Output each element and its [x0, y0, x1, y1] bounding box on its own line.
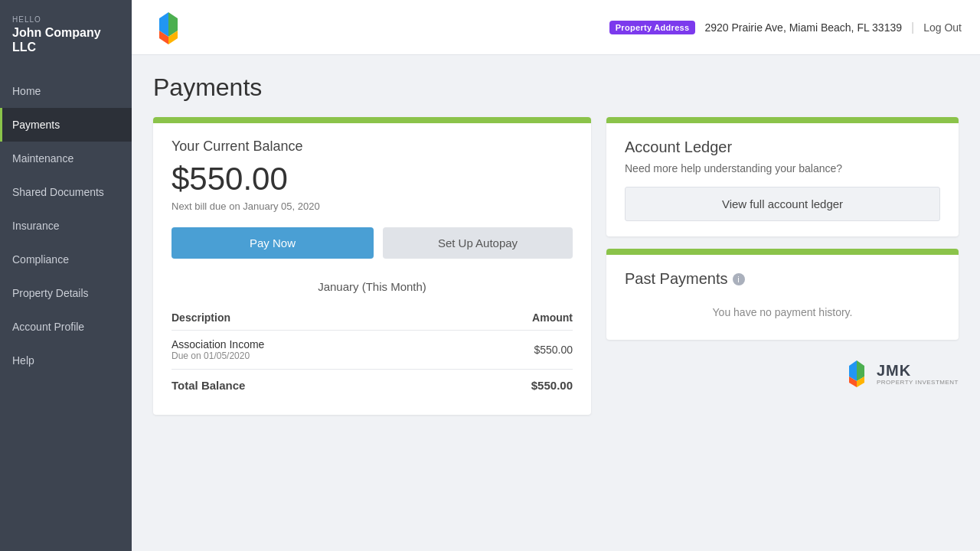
jmk-logo-icon [841, 358, 872, 389]
ledger-top-bar [606, 117, 959, 123]
page-body: Payments Your Current Balance $550.00 Ne… [132, 55, 980, 551]
page-title: Payments [153, 73, 959, 102]
table-row: Association Income Due on 01/05/2020 $55… [172, 331, 573, 370]
past-payments-top-bar [606, 249, 959, 255]
header-right: Property Address 2920 Prairie Ave, Miami… [609, 21, 962, 34]
balance-label: Your Current Balance [172, 139, 573, 155]
info-icon[interactable]: i [733, 273, 745, 285]
jmk-subtitle: PROPERTY INVESTMENT [877, 380, 959, 386]
user-section: HELLO John Company LLC [0, 0, 132, 67]
logo-area [150, 9, 187, 46]
col-description: Description [172, 305, 449, 331]
username: John Company LLC [12, 25, 119, 54]
property-address-badge: Property Address [609, 21, 696, 34]
card-top-bar [153, 117, 591, 123]
view-ledger-button[interactable]: View full account ledger [625, 187, 940, 221]
past-payments-card: Past Payments i You have no payment hist… [606, 249, 959, 340]
ledger-description: Need more help understanding your balanc… [625, 162, 940, 174]
row-amount: $550.00 [449, 331, 573, 370]
ledger-title: Account Ledger [625, 139, 940, 156]
balance-due: Next bill due on January 05, 2020 [172, 201, 573, 212]
hello-label: HELLO [12, 15, 119, 24]
sidebar-item-property-details[interactable]: Property Details [0, 276, 132, 310]
total-label: Total Balance [172, 370, 449, 400]
sidebar-item-insurance[interactable]: Insurance [0, 209, 132, 243]
ledger-card-body: Account Ledger Need more help understand… [606, 123, 959, 236]
balance-card-container: Your Current Balance $550.00 Next bill d… [153, 117, 591, 415]
ledger-card: Account Ledger Need more help understand… [606, 117, 959, 236]
autopay-button[interactable]: Set Up Autopay [383, 227, 573, 259]
jmk-branding: JMK PROPERTY INVESTMENT [606, 358, 959, 389]
main-content: Property Address 2920 Prairie Ave, Miami… [132, 0, 980, 551]
balance-amount: $550.00 [172, 161, 573, 197]
app-logo-icon [150, 9, 187, 46]
property-address-text: 2920 Prairie Ave, Miami Beach, FL 33139 [704, 21, 902, 34]
col-amount: Amount [449, 305, 573, 331]
payments-table: Description Amount Association Income Du… [172, 305, 573, 399]
balance-card: Your Current Balance $550.00 Next bill d… [153, 117, 591, 415]
sidebar-item-help[interactable]: Help [0, 344, 132, 377]
sidebar-item-shared-documents[interactable]: Shared Documents [0, 175, 132, 209]
cards-row: Your Current Balance $550.00 Next bill d… [153, 117, 959, 415]
payment-button-row: Pay Now Set Up Autopay [172, 227, 573, 259]
month-heading: January (This Month) [172, 280, 573, 293]
jmk-logo: JMK PROPERTY INVESTMENT [841, 358, 959, 389]
jmk-name: JMK [877, 362, 959, 380]
sidebar-item-payments[interactable]: Payments [0, 108, 132, 142]
header: Property Address 2920 Prairie Ave, Miami… [132, 0, 980, 55]
balance-card-body: Your Current Balance $550.00 Next bill d… [153, 123, 591, 415]
header-divider: | [911, 21, 914, 34]
row-description: Association Income Due on 01/05/2020 [172, 331, 449, 370]
sidebar: HELLO John Company LLC Home Payments Mai… [0, 0, 132, 551]
total-amount: $550.00 [449, 370, 573, 400]
past-payments-title: Past Payments i [625, 270, 940, 288]
right-cards: Account Ledger Need more help understand… [606, 117, 959, 389]
logout-button[interactable]: Log Out [923, 21, 962, 34]
sidebar-item-maintenance[interactable]: Maintenance [0, 142, 132, 175]
sidebar-item-home[interactable]: Home [0, 74, 132, 108]
pay-now-button[interactable]: Pay Now [172, 227, 374, 259]
sidebar-item-account-profile[interactable]: Account Profile [0, 310, 132, 344]
sidebar-nav: Home Payments Maintenance Shared Documen… [0, 74, 132, 551]
past-payments-card-body: Past Payments i You have no payment hist… [606, 255, 959, 340]
jmk-name-area: JMK PROPERTY INVESTMENT [877, 362, 959, 386]
no-payment-history-text: You have no payment history. [625, 288, 940, 324]
sidebar-item-compliance[interactable]: Compliance [0, 243, 132, 276]
